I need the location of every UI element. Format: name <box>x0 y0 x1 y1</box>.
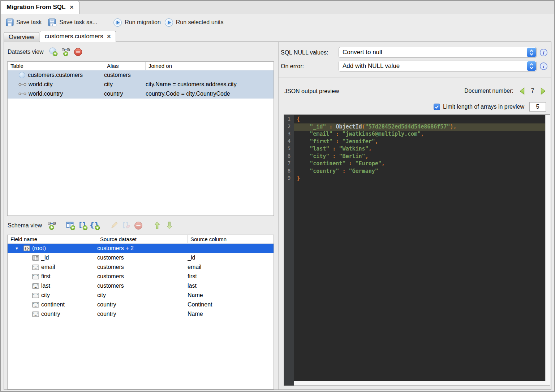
add-join-icon[interactable] <box>47 221 56 230</box>
code-line: "_id" : ObjectId("57d28452ed5d4d54e8686f… <box>294 123 545 131</box>
code-token: : <box>329 145 339 152</box>
run-selected-units-button[interactable]: Run selected units <box>164 18 224 27</box>
info-icon[interactable]: i <box>539 62 548 70</box>
column-header-source-column[interactable]: Source column <box>188 235 269 243</box>
dataset-table-name: customers.customers <box>28 72 83 78</box>
schema-root-row[interactable]: ▼{}(root)customers + 2 <box>8 244 274 253</box>
vertical-scrollbar[interactable] <box>545 115 550 381</box>
code-token <box>297 131 310 137</box>
schema-field-row[interactable]: "_"emailcustomersemail <box>8 262 274 272</box>
dataset-row[interactable]: customers.customerscustomers <box>8 70 274 80</box>
dataset-row[interactable]: world.citycitycity.Name = customers.addr… <box>8 80 274 89</box>
datasets-table: Table Alias Joined on customers.customer… <box>7 61 274 216</box>
content-area: Datasets view Table Alias Joined on cust… <box>4 42 551 390</box>
line-number: 8 <box>284 168 294 175</box>
save-task-as-button[interactable]: Save task as... <box>48 18 97 26</box>
code-token: "email" <box>310 131 332 137</box>
add-dataset-icon[interactable] <box>49 47 58 57</box>
remove-field-icon[interactable] <box>134 221 143 230</box>
schema-source-dataset: country <box>97 311 116 317</box>
schema-source-column: Name <box>188 311 203 317</box>
schema-source-column-cell: Name <box>188 291 274 300</box>
code-token: "jwatkins6@multiply.com" <box>342 131 421 137</box>
line-number: 4 <box>284 138 294 146</box>
svg-text:"_": "_" <box>33 312 38 315</box>
code-token: ( <box>362 123 365 130</box>
save-task-button[interactable]: Save task <box>6 18 42 26</box>
code-token: "_id" <box>310 123 326 130</box>
main-tabbar: Migration From SQL ✕ <box>1 1 554 14</box>
add-joined-dataset-icon[interactable] <box>61 47 70 57</box>
schema-field-cell: "_"email <box>8 262 97 272</box>
limit-arrays-label: Limit length of arrays in preview <box>443 104 524 110</box>
dataset-row[interactable]: world.countrycountrycountry.Code = city.… <box>8 89 274 99</box>
code-token: "continent" <box>310 160 345 167</box>
json-preview-editor[interactable]: 123456789 { "_id" : ObjectId("57d28452ed… <box>284 114 550 386</box>
horizontal-scrollbar[interactable] <box>294 381 550 386</box>
dataset-joined-on: city.Name = customers.address.city <box>146 81 237 88</box>
schema-source-column-cell: Name <box>188 309 274 319</box>
schema-source-dataset: customers <box>97 254 124 261</box>
clear-field-icon[interactable] <box>121 221 131 230</box>
schema-source-dataset-cell: customers <box>97 281 188 291</box>
schema-field-row[interactable]: "_"continentcountryContinent <box>8 300 274 309</box>
column-header-field-name[interactable]: Field name <box>8 235 97 243</box>
remove-dataset-icon[interactable] <box>73 47 83 57</box>
svg-text:"_": "_" <box>33 293 38 297</box>
code-line: "email" : "jwatkins6@multiply.com", <box>294 131 545 138</box>
add-column-field-icon[interactable] <box>66 221 75 230</box>
dropdown-stepper-icon <box>527 61 536 71</box>
code-line: "continent" : "Europe", <box>294 160 545 168</box>
sql-null-values-dropdown[interactable]: Convert to null <box>339 47 537 58</box>
schema-field-row[interactable]: _idcustomers_id <box>8 253 274 262</box>
dataset-joined-on-cell: country.Code = city.CountryCode <box>146 89 274 99</box>
next-document-icon[interactable] <box>540 87 546 95</box>
line-number: 6 <box>284 153 294 161</box>
code-line: { <box>294 116 545 123</box>
tab-migration-from-sql[interactable]: Migration From SQL ✕ <box>1 1 80 14</box>
column-header-source-dataset[interactable]: Source dataset <box>97 235 188 243</box>
add-array-field-icon[interactable] <box>78 221 87 230</box>
tab-overview[interactable]: Overview <box>4 32 39 42</box>
dataset-table-cell: world.country <box>8 89 104 99</box>
limit-arrays-checkbox[interactable] <box>434 104 440 110</box>
code-line: "country" : "Germany" <box>294 168 545 175</box>
code-token: : <box>345 160 355 167</box>
schema-field-row[interactable]: "_"firstcustomersfirst <box>8 272 274 281</box>
info-icon[interactable]: i <box>539 48 548 57</box>
schema-field-row[interactable]: "_"citycityName <box>8 291 274 300</box>
schema-field-cell: "_"continent <box>8 300 97 309</box>
edit-field-icon[interactable] <box>109 221 119 230</box>
on-error-dropdown[interactable]: Add with NULL value <box>339 61 537 71</box>
dataset-alias: city <box>104 81 113 88</box>
schema-table-header: Field name Source dataset Source column <box>8 235 274 244</box>
document-number-controls: Document number: 7 <box>464 86 546 96</box>
column-header-joined-on[interactable]: Joined on <box>146 62 269 70</box>
code-token: "country" <box>310 168 339 174</box>
string-field-icon: "_" <box>32 283 39 289</box>
schema-field-row[interactable]: "_"countrycountryName <box>8 309 274 319</box>
code-token <box>297 168 310 174</box>
code-token <box>297 138 310 145</box>
close-icon[interactable]: ✕ <box>69 5 74 10</box>
limit-arrays-input[interactable] <box>529 102 546 112</box>
previous-document-icon[interactable] <box>519 87 525 95</box>
code-token: : <box>329 153 339 160</box>
move-down-icon[interactable] <box>165 221 174 230</box>
dataset-table-cell: world.city <box>8 80 104 89</box>
code-token: ObjectId <box>336 123 362 130</box>
run-migration-button[interactable]: Run migration <box>113 18 161 27</box>
expand-collapse-icon[interactable]: ▼ <box>15 246 19 251</box>
tab-customers-customers[interactable]: customers.customers ✕ <box>40 31 116 42</box>
close-icon[interactable]: ✕ <box>107 34 111 39</box>
schema-field-row[interactable]: "_"lastcustomerslast <box>8 281 274 291</box>
code-token: : <box>332 138 342 145</box>
add-document-field-icon[interactable]: {} <box>90 221 100 230</box>
column-header-table[interactable]: Table <box>8 62 104 70</box>
code-line: "last" : "Watkins", <box>294 145 545 153</box>
move-up-icon[interactable] <box>152 221 162 230</box>
sql-null-values-label: SQL NULL values: <box>281 49 328 56</box>
column-header-alias[interactable]: Alias <box>104 62 146 70</box>
editor-code[interactable]: { "_id" : ObjectId("57d28452ed5d4d54e868… <box>294 115 545 381</box>
unit-tabbar: Overview customers.customers ✕ <box>4 31 116 42</box>
